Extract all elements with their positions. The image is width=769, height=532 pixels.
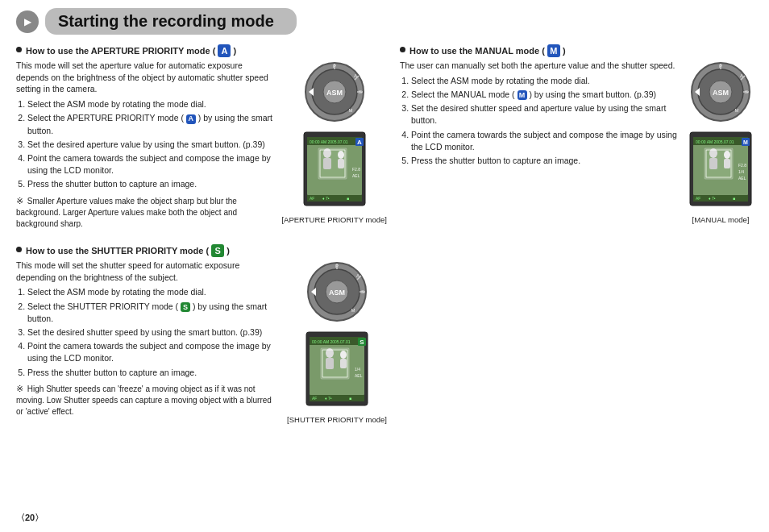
svg-text:AEL: AEL [738, 176, 746, 181]
header-arrow-icon [16, 10, 39, 33]
manual-step-4: Point the camera towards the subject and… [411, 129, 680, 153]
manual-title: How to use the MANUAL mode ( M ) [409, 44, 566, 57]
svg-text:P: P [719, 64, 722, 69]
svg-text:M: M [743, 139, 748, 145]
shutter-priority-text: This mode will set the shutter speed for… [16, 260, 279, 418]
svg-rect-84 [693, 195, 748, 202]
svg-text:AEL: AEL [355, 373, 363, 378]
shutter-step-4: Point the camera towards the subject and… [27, 340, 279, 364]
shutter-step-2: Select the SHUTTER PRIORITY mode ( S ) b… [27, 301, 279, 325]
svg-rect-82 [724, 159, 730, 168]
svg-point-21 [338, 151, 344, 159]
header: Starting the recording mode [16, 8, 753, 35]
manual-step-1: Select the ASM mode by rotating the mode… [411, 75, 680, 87]
aperture-lcd-svg: 00:00 AM 2005.07.01 A [302, 131, 367, 207]
svg-text:ASM: ASM [326, 89, 343, 97]
aperture-priority-title-row: How to use the APERTURE PRIORITY mode ( … [16, 44, 387, 57]
manual-section: How to use the MANUAL mode ( M ) The use… [400, 44, 753, 224]
svg-rect-24 [307, 195, 362, 202]
shutter-intro: This mode will set the shutter speed for… [16, 260, 279, 283]
manual-text: The user can manually set both the apert… [400, 60, 680, 168]
main-content: How to use the APERTURE PRIORITY mode ( … [16, 44, 753, 438]
svg-text:AEL: AEL [352, 173, 360, 178]
shutter-dial-container: ASM P A S M [287, 260, 387, 424]
aperture-intro: This mode will set the aperture value fo… [16, 60, 273, 95]
shutter-priority-body: This mode will set the shutter speed for… [16, 260, 387, 424]
shutter-priority-title-row: How to use the SHUTTER PRIORITY mode ( S… [16, 244, 387, 257]
svg-text:S: S [361, 289, 364, 294]
shutter-lcd-svg: 00:00 AM 2005.07.01 S AF [305, 330, 369, 407]
manual-step-2: Select the MANUAL mode ( M ) by using th… [411, 89, 680, 101]
aperture-priority-title: How to use the APERTURE PRIORITY mode ( … [26, 44, 236, 57]
svg-text:M: M [348, 108, 352, 113]
svg-rect-50 [326, 358, 334, 369]
shutter-priority-section: How to use the SHUTTER PRIORITY mode ( S… [16, 244, 387, 424]
svg-text:1/4: 1/4 [355, 367, 360, 372]
aperture-step-1: Select the ASM mode by rotating the mode… [27, 98, 273, 110]
svg-text:M: M [735, 108, 739, 113]
svg-point-81 [724, 151, 730, 159]
svg-text:S: S [745, 89, 748, 94]
svg-text:A: A [356, 273, 360, 278]
aperture-step-2: Select the APERTURE PRIORITY mode ( A ) … [27, 112, 273, 136]
header-title-box: Starting the recording mode [45, 8, 297, 35]
svg-text:■: ■ [733, 196, 735, 201]
note-symbol-1: ※ [16, 196, 23, 206]
aperture-step-3: Set the desired aperture value by using … [27, 139, 273, 151]
shutter-caption: [SHUTTER PRIORITY mode] [287, 415, 387, 424]
svg-text:00:00 AM 2005.07.01: 00:00 AM 2005.07.01 [696, 139, 734, 144]
aperture-note: ※ Smaller Aperture values make the objec… [16, 195, 273, 230]
svg-text:■: ■ [349, 396, 351, 401]
svg-text:P: P [333, 64, 336, 69]
bullet-dot-1 [16, 47, 22, 52]
svg-rect-52 [340, 359, 347, 368]
manual-dial-container: ASM P A S M [688, 60, 753, 224]
svg-text:S: S [360, 339, 364, 346]
svg-text:ASM: ASM [329, 289, 345, 297]
svg-text:00:00 AM 2005.07.01: 00:00 AM 2005.07.01 [312, 339, 351, 344]
aperture-step-4: Point the camera towards the subject and… [27, 152, 273, 177]
aperture-steps: Select the ASM mode by rotating the mode… [16, 98, 273, 191]
svg-text:00:00 AM 2005.07.01: 00:00 AM 2005.07.01 [310, 139, 348, 144]
svg-text:♦ 7•: ♦ 7• [322, 196, 330, 201]
aperture-caption: [APERTURE PRIORITY mode] [281, 215, 387, 224]
svg-text:♦ 7•: ♦ 7• [325, 396, 332, 401]
svg-text:F2.8: F2.8 [738, 163, 746, 168]
shutter-step-3: Set the desired shutter speed by using t… [27, 326, 279, 339]
shutter-step-1: Select the ASM mode by rotating the mode… [27, 286, 279, 298]
bullet-dot-2 [16, 247, 22, 252]
svg-text:♦ 7•: ♦ 7• [709, 196, 716, 201]
manual-title-row: How to use the MANUAL mode ( M ) [400, 44, 753, 57]
svg-text:1/4: 1/4 [738, 169, 744, 174]
shutter-badge: S [211, 244, 224, 257]
aperture-step-5: Press the shutter button to capture an i… [27, 178, 273, 190]
aperture-dial-svg: ASM P A S M [302, 60, 367, 124]
shutter-priority-title: How to use the SHUTTER PRIORITY mode ( S… [26, 244, 230, 257]
svg-text:M: M [351, 308, 355, 313]
svg-text:ASM: ASM [713, 89, 729, 97]
right-column: How to use the MANUAL mode ( M ) The use… [400, 44, 753, 438]
svg-text:A: A [357, 139, 362, 146]
svg-rect-20 [323, 158, 331, 169]
aperture-dial-container: ASM P A S M [281, 60, 387, 224]
aperture-priority-body: This mode will set the aperture value fo… [16, 60, 387, 230]
manual-steps: Select the ASM mode by rotating the mode… [400, 75, 680, 168]
manual-intro: The user can manually set both the apert… [400, 60, 680, 72]
manual-step-3: Set the desired shutter speed and apertu… [411, 102, 680, 127]
svg-text:AF: AF [696, 196, 700, 201]
page: Starting the recording mode How to use t… [0, 0, 769, 532]
svg-rect-54 [310, 395, 364, 401]
aperture-badge: A [218, 44, 231, 57]
manual-body: The user can manually set both the apert… [400, 60, 753, 224]
page-title: Starting the recording mode [58, 12, 274, 30]
svg-rect-80 [709, 158, 717, 169]
footer: 〈20〉 [16, 512, 44, 524]
shutter-step-5: Press the shutter button to capture an i… [27, 367, 279, 379]
svg-rect-22 [338, 159, 344, 168]
svg-text:A: A [354, 73, 357, 78]
svg-text:P: P [335, 264, 339, 268]
svg-text:AF: AF [310, 196, 314, 201]
svg-text:AF: AF [312, 396, 317, 401]
bullet-dot-3 [400, 47, 405, 52]
manual-step-5: Press the shutter button to capture an i… [411, 155, 680, 167]
